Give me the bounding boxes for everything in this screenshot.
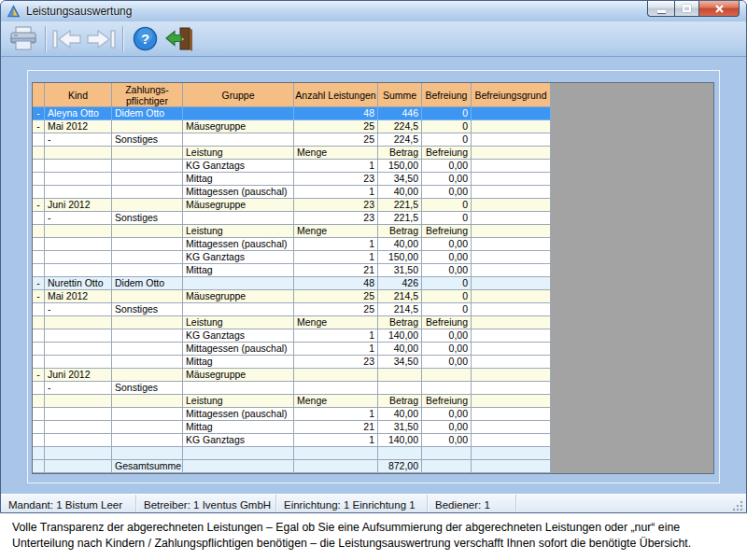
table-cell[interactable]: 0 [422,303,472,316]
table-cell[interactable]: Menge [294,395,378,408]
table-cell[interactable]: KG Ganztags [183,251,294,264]
table-cell[interactable] [45,238,112,251]
table-cell[interactable]: Didem Otto [112,107,183,120]
table-cell[interactable]: 140,00 [378,329,422,343]
table-cell[interactable] [45,316,112,329]
table-cell[interactable]: Mittag [183,173,294,186]
table-cell[interactable]: - [45,133,112,147]
table-cell[interactable] [378,447,422,460]
table-cell[interactable]: Mittagessen (pauschal) [183,186,294,199]
table-cell[interactable] [45,160,112,173]
table-cell[interactable] [183,277,294,290]
table-cell[interactable] [472,133,551,147]
table-row[interactable]: LeistungMengeBetragBefreiung [33,225,551,238]
table-cell[interactable]: 0,00 [422,329,472,343]
table-cell[interactable]: 0,00 [422,251,472,264]
table-cell[interactable]: 23 [294,356,378,369]
table-cell[interactable]: Mai 2012 [45,290,112,303]
table-cell[interactable]: Menge [294,316,378,329]
expand-collapse-marker[interactable]: - [33,277,45,290]
table-cell[interactable]: 221,5 [378,212,422,225]
table-cell[interactable] [112,434,183,447]
table-cell[interactable] [45,395,112,408]
table-cell[interactable] [183,212,294,225]
column-header-summe[interactable]: Summe [378,83,422,107]
table-cell[interactable]: 40,00 [378,238,422,251]
table-cell[interactable]: Leistung [183,316,294,329]
table-cell[interactable]: Didem Otto [112,277,183,290]
table-cell[interactable]: Mittagessen (pauschal) [183,343,294,356]
table-cell[interactable] [472,356,551,369]
table-cell[interactable] [422,382,472,395]
table-cell[interactable] [33,212,45,225]
table-cell[interactable] [472,277,551,290]
table-cell[interactable] [472,382,551,395]
table-row[interactable]: -Juni 2012Mäusegruppe [33,369,551,382]
table-row[interactable]: -Sonstiges25224,50 [33,133,551,147]
table-cell[interactable]: Menge [294,225,378,238]
table-cell[interactable]: Betrag [378,395,422,408]
table-row[interactable]: -Sonstiges25214,50 [33,303,551,316]
table-cell[interactable] [472,303,551,316]
table-cell[interactable]: 48 [294,107,378,120]
table-cell[interactable] [472,329,551,343]
table-cell[interactable]: 0,00 [422,421,472,434]
table-cell[interactable] [112,147,183,160]
table-cell[interactable] [183,447,294,460]
table-cell[interactable] [33,133,45,147]
exit-button[interactable] [162,24,195,54]
table-cell[interactable]: 150,00 [378,160,422,173]
table-cell[interactable] [33,460,45,473]
table-cell[interactable] [112,421,183,434]
table-cell[interactable] [472,225,551,238]
table-cell[interactable] [112,225,183,238]
table-cell[interactable] [472,447,551,460]
table-cell[interactable]: Leistung [183,225,294,238]
table-cell[interactable] [422,447,472,460]
table-cell[interactable] [112,120,183,133]
table-cell[interactable] [472,238,551,251]
table-cell[interactable] [183,303,294,316]
table-cell[interactable] [33,173,45,186]
table-cell[interactable] [33,238,45,251]
table-cell[interactable] [472,290,551,303]
table-cell[interactable]: Gesamtsumme [112,460,183,473]
table-row[interactable]: Mittag2131,500,00 [33,421,551,434]
table-cell[interactable]: 224,5 [378,120,422,133]
table-cell[interactable] [112,316,183,329]
table-cell[interactable]: 0,00 [422,356,472,369]
table-cell[interactable] [294,382,378,395]
table-cell[interactable]: 23 [294,199,378,212]
table-cell[interactable]: 31,50 [378,421,422,434]
table-cell[interactable]: Mittag [183,264,294,277]
table-cell[interactable] [472,120,551,133]
table-cell[interactable]: Sonstiges [112,303,183,316]
close-button[interactable] [699,1,740,17]
table-row[interactable]: Mittagessen (pauschal)140,000,00 [33,343,551,356]
table-cell[interactable] [472,199,551,212]
table-cell[interactable]: 25 [294,120,378,133]
table-cell[interactable]: 34,50 [378,173,422,186]
minimize-button[interactable] [647,1,674,17]
table-cell[interactable] [33,434,45,447]
table-cell[interactable] [33,303,45,316]
table-row[interactable]: KG Ganztags1150,000,00 [33,251,551,264]
table-cell[interactable]: Mäusegruppe [183,290,294,303]
table-cell[interactable] [472,147,551,160]
table-cell[interactable] [472,173,551,186]
table-cell[interactable] [112,395,183,408]
table-cell[interactable] [33,356,45,369]
table-cell[interactable] [45,408,112,421]
table-row[interactable]: -Nurettin OttoDidem Otto484260 [33,277,551,290]
table-cell[interactable]: Nurettin Otto [45,277,112,290]
table-cell[interactable]: Befreiung [422,395,472,408]
table-cell[interactable] [33,343,45,356]
table-cell[interactable]: 0,00 [422,343,472,356]
table-cell[interactable]: Betrag [378,316,422,329]
table-cell[interactable]: 224,5 [378,133,422,147]
table-cell[interactable] [112,173,183,186]
table-cell[interactable] [45,447,112,460]
table-cell[interactable] [33,382,45,395]
table-cell[interactable] [45,343,112,356]
table-cell[interactable]: 0 [422,199,472,212]
